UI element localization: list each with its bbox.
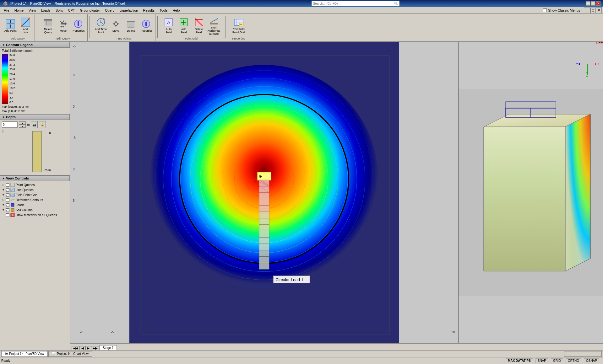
search-input[interactable] <box>312 1 393 6</box>
loads-expand: ▼ <box>2 203 5 206</box>
move-tp-btn[interactable]: Move <box>109 16 123 35</box>
soil-column-icon <box>10 208 15 212</box>
menu-tools[interactable]: Tools <box>157 8 170 13</box>
tree-loads[interactable]: ▼ ✓ Loads <box>2 202 68 207</box>
svg-text:0: 0 <box>132 129 134 134</box>
non-horiz-btn[interactable]: Non HorizontalSurface <box>207 16 221 35</box>
window-ctrl-min[interactable]: — <box>584 8 590 13</box>
add-field-btn[interactable]: AddField <box>177 16 191 35</box>
nav-first[interactable]: ◀◀ <box>72 346 80 350</box>
plan-view[interactable]: ⊕ <box>70 42 459 343</box>
scrollbar-area[interactable] <box>564 351 602 357</box>
max-datatips-btn[interactable]: MAX DATATIPS <box>506 358 533 363</box>
snap-btn[interactable]: SNAP <box>535 358 548 363</box>
properties-tp-label: Properties <box>139 29 152 33</box>
menu-cpt[interactable]: CPT <box>66 8 78 13</box>
deformed-contours-checkbox[interactable] <box>6 198 9 202</box>
edit-field-grid-btn[interactable]: ✏ Edit FieldPoint Grid <box>229 16 248 35</box>
nav-last[interactable]: ▶▶ <box>91 346 99 350</box>
tree-line-queries[interactable]: ▼ ✓ Line Queries <box>2 187 68 192</box>
3d-canvas <box>459 42 603 343</box>
move-btn[interactable]: Move <box>56 16 70 35</box>
menu-query[interactable]: Query <box>102 8 117 13</box>
move-tp-icon <box>111 19 121 29</box>
field-point-grid-icon <box>10 193 15 197</box>
nav-next[interactable]: ▶ <box>85 346 91 350</box>
soil-column-expand: ▼ <box>2 208 5 211</box>
menu-help[interactable]: Help <box>170 8 182 13</box>
point-queries-checkbox[interactable] <box>6 183 9 187</box>
add-time-point-icon <box>96 17 106 27</box>
soil-column-checkbox[interactable]: ✓ <box>6 208 9 212</box>
svg-rect-81 <box>259 193 269 199</box>
svg-text:A: A <box>167 20 170 25</box>
menu-home[interactable]: Home <box>12 8 26 13</box>
delete-tp-btn[interactable]: Delete <box>124 16 138 35</box>
delete-field-btn[interactable]: DeleteField <box>192 16 206 35</box>
delete-field-icon <box>194 17 204 27</box>
loads-checkbox[interactable]: ✓ <box>6 203 9 207</box>
depth-down-btn[interactable]: ▼ <box>19 125 26 128</box>
depth-lock-btn[interactable]: 🔒 <box>39 121 46 128</box>
menu-liquefaction[interactable]: Liquefaction <box>117 8 140 13</box>
svg-text:✏: ✏ <box>240 23 242 26</box>
line-queries-checkbox[interactable]: ✓ <box>6 188 9 192</box>
search-icon: 🔍 <box>393 2 399 5</box>
close-btn[interactable]: ✕ <box>596 1 600 6</box>
menu-view[interactable]: View <box>26 8 39 13</box>
tab-chart[interactable]: 📊 Project 1* - Chart View <box>48 351 92 357</box>
add-field-icon <box>179 17 189 27</box>
depth-up-btn[interactable]: ▲ <box>19 121 26 125</box>
contour-legend-header[interactable]: ▼ Contour Legend <box>0 42 70 48</box>
properties-tp-btn[interactable]: Properties <box>139 16 153 35</box>
ortho-btn[interactable]: ORTHO <box>566 358 581 363</box>
deformed-contours-label: Deformed Contours <box>16 198 43 202</box>
tree-draw-materials[interactable]: ▷ Draw Materials on all Queries <box>2 212 68 217</box>
tab-plan-3d[interactable]: 🗺 Project 1* - Plan/3D View <box>1 351 48 357</box>
menu-soils[interactable]: Soils <box>53 8 66 13</box>
menu-groundwater[interactable]: Groundwater <box>78 8 103 13</box>
tree-deformed-contours[interactable]: ▷ Deformed Contours <box>2 197 68 202</box>
3d-view[interactable]: Y X Z Left <box>459 42 603 343</box>
add-point-btn[interactable]: Add Point <box>3 16 18 35</box>
draw-materials-checkbox[interactable] <box>6 213 9 217</box>
query-line <box>259 180 269 269</box>
tree-point-queries[interactable]: ▷ Point Queries <box>2 182 68 187</box>
time-points-label: Time Points <box>116 36 131 40</box>
status-controls: MAX DATATIPS SNAP GRID ORTHO OSNAP <box>503 358 602 363</box>
depth-visual: 0 0 25 m <box>2 129 68 174</box>
tree-soil-column[interactable]: ▼ ✓ Soil Column <box>2 207 68 212</box>
search-bar[interactable]: 🔍 <box>312 1 399 6</box>
field-point-grid-checkbox[interactable]: ✓ <box>6 193 9 197</box>
tree-field-point-grid[interactable]: ▼ ✓ Field Point Grid <box>2 192 68 197</box>
menu-results[interactable]: Results <box>140 8 157 13</box>
auto-field-btn[interactable]: A AutoField <box>161 16 176 35</box>
svg-text:⊕: ⊕ <box>259 174 262 178</box>
menu-file[interactable]: File <box>1 8 12 13</box>
add-line-btn[interactable]: AddLine <box>18 16 33 35</box>
depth-header[interactable]: ▼ Depth <box>0 114 70 120</box>
delete-query-btn[interactable]: DeleteQuery <box>41 16 55 35</box>
add-time-point-btn[interactable]: Add TimePoint <box>94 16 108 35</box>
osnap-btn[interactable]: OSNAP <box>584 358 599 363</box>
stage-tabs-bar: ◀◀ ◀ ▶ ▶▶ Stage 1 <box>70 343 603 350</box>
stage-tab-1[interactable]: Stage 1 <box>99 345 117 350</box>
nav-prev[interactable]: ◀ <box>80 346 85 350</box>
depth-camera-btn[interactable]: 📷 <box>31 121 38 128</box>
properties-query-btn[interactable]: Properties <box>71 16 85 35</box>
svg-marker-23 <box>115 21 117 23</box>
add-query-label: Add Query <box>11 36 24 40</box>
svg-marker-25 <box>113 23 115 25</box>
view-controls-header[interactable]: ▼ View Controls <box>0 175 70 181</box>
deformed-contours-icon <box>10 198 15 202</box>
restore-btn[interactable]: □ <box>591 1 595 6</box>
grid-btn[interactable]: GRID <box>551 358 563 363</box>
classic-menus-btn[interactable]: Show Classic Menus <box>541 8 583 13</box>
window-ctrl-close[interactable]: ✕ <box>596 7 602 13</box>
scale-val-2: 6.8 <box>9 91 15 94</box>
add-query-section: Add Point AddLine Add Query <box>1 14 35 41</box>
depth-value-input[interactable] <box>2 121 18 128</box>
menu-loads[interactable]: Loads <box>39 8 53 13</box>
window-ctrl-box[interactable]: □ <box>590 8 596 13</box>
minimize-btn[interactable]: — <box>586 1 590 6</box>
